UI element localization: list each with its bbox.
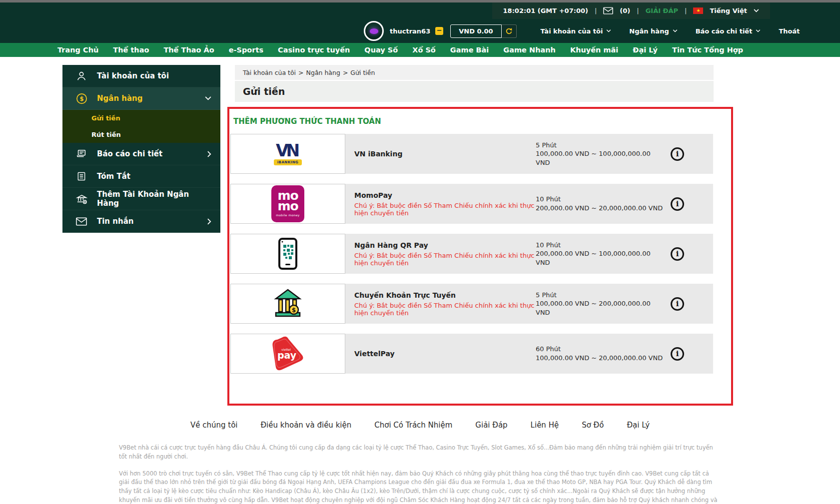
nav-item-slots[interactable]: Quay Số [364,46,398,54]
payment-method-body[interactable]: VN iBanking 5 Phút 100,000.00 VND ~ 100,… [345,134,713,174]
footer-link-agent[interactable]: Đại Lý [627,421,650,430]
topbar-separator: | [685,7,687,14]
page-title: Gửi tiền [235,81,714,102]
sidebar-item-deposit[interactable]: Gửi tiền [62,110,220,126]
sidebar-item-label: Thêm Tài Khoản Ngân Hàng [97,190,211,208]
clock-text: 18:02:01 (GMT +07:00) [503,7,588,14]
content-area: Tài khoản của tôi $ Ngân hàng Gửi tiền R… [0,57,840,406]
menu-my-account[interactable]: Tài khoản của tôi [541,27,612,35]
chevron-down-icon [606,29,611,32]
balance-amount: VND 0.00 [450,24,501,38]
nav-item-agent[interactable]: Đại Lý [633,46,658,54]
topbar-separator: | [637,7,639,14]
online-transfer-logo[interactable]: $ [230,284,345,324]
breadcrumb-item-account[interactable]: Tài khoản của tôi [243,69,296,76]
payment-method-row-vn-ibanking: VN iBANKING VN iBanking 5 Phút 100,000.0… [230,134,713,174]
footer-links: Về chúng tôi Điều khoản và điều kiện Chơ… [0,421,840,430]
sidebar-item-messages[interactable]: Tin nhắn [62,210,220,233]
info-icon[interactable]: i [671,247,684,261]
menu-reports-label: Báo cáo chi tiết [696,27,753,35]
limit-range: 100,000.00 VND ~ 20,000,000.00 VND [536,354,665,363]
refresh-balance-button[interactable] [502,24,517,38]
nav-item-card-games[interactable]: Game Bài [450,46,489,54]
viettelpay-logo-big-text: pay [277,350,296,361]
mail-count[interactable]: (0) [620,7,630,14]
menu-reports[interactable]: Báo cáo chi tiết [696,27,761,35]
language-selector[interactable]: Tiếng Việt [710,7,747,14]
svg-text:$: $ [79,95,83,102]
limit-range: 200,000.00 VND ~ 20,000,000.00 VND [536,204,665,213]
mail-icon[interactable] [603,7,613,14]
menu-banking-label: Ngân hàng [629,27,669,35]
header-menus: Tài khoản của tôi Ngân hàng Báo cáo chi … [541,27,800,35]
logout-button[interactable]: Thoát [779,27,800,35]
sidebar-item-label: Tóm Tắt [97,172,130,181]
main-nav: Trang Chủ Thể thao Thể Thao Ảo e-Sports … [0,43,840,57]
nav-item-news[interactable]: Tin Tức Tổng Hợp [672,46,743,54]
footer-description-2: Với hơn 5000 trò chơi trực tuyến có sẵn,… [119,470,721,504]
banking-submenu: Gửi tiền Rút tiền [62,110,220,143]
payment-method-name: Ngân Hàng QR Pay [354,241,536,249]
site-header: 18:02:01 (GMT +07:00) | (0) | GIẢI ĐÁP |… [0,2,840,43]
payment-methods-highlight-box: THÊM PHƯƠNG THỨC THANH TOÁN VN iBANKING … [227,107,733,406]
vn-ibanking-logo[interactable]: VN iBANKING [230,134,345,174]
sidebar-item-add-bank-account[interactable]: Thêm Tài Khoản Ngân Hàng [62,188,220,210]
info-icon[interactable]: i [671,347,684,361]
info-icon[interactable]: i [671,197,684,211]
qr-pay-logo[interactable] [230,234,345,274]
payment-method-body[interactable]: Chuyển Khoản Trực Tuyến Chú ý: Bắt buộc … [345,284,713,324]
limit-range: 100,000.00 VND ~ 100,000,000.00 VND [536,149,665,167]
chevron-down-icon [205,96,211,100]
payment-method-row-viettelpay: viettel pay ViettelPay 60 Phút 100,000.0… [230,334,713,374]
momopay-logo-text: mo [277,201,298,212]
viettelpay-logo[interactable]: viettel pay [230,334,345,374]
limit-range: 100,000.00 VND ~ 200,000,000.00 VND [536,299,665,317]
sidebar-item-label: Báo cáo chi tiết [97,149,162,158]
vn-ibanking-logo-text: VN [276,142,300,159]
hide-balance-button[interactable]: − [435,27,443,35]
nav-item-home[interactable]: Trang Chủ [57,46,98,54]
sidebar-item-withdraw[interactable]: Rút tiền [62,126,220,143]
footer-link-terms[interactable]: Điều khoản và điều kiện [260,421,351,430]
username-text: thuctran63 [390,27,430,35]
sidebar-item-banking[interactable]: $ Ngân hàng [62,87,220,110]
footer-link-responsible-gaming[interactable]: Chơi Có Trách Nhiệm [374,421,452,430]
payment-method-body[interactable]: MomoPay Chú ý: Bắt buộc điền Số Tham Chi… [345,184,713,224]
breadcrumb-item-banking[interactable]: Ngân hàng [306,69,340,76]
report-icon [75,148,87,159]
footer-link-faq[interactable]: Giải Đáp [475,421,507,430]
sidebar-item-reports[interactable]: Báo cáo chi tiết [62,143,220,165]
svg-text:$: $ [292,307,296,314]
list-icon [75,171,87,181]
processing-time: 5 Phút [536,291,665,300]
nav-item-sports[interactable]: Thể thao [113,46,149,54]
menu-my-account-label: Tài khoản của tôi [541,27,603,35]
info-icon[interactable]: i [671,297,684,311]
nav-item-promotions[interactable]: Khuyến mãi [570,46,618,54]
sidebar-item-summary[interactable]: Tóm Tắt [62,165,220,188]
footer-link-sitemap[interactable]: Sơ Đồ [582,421,604,430]
faq-link[interactable]: GIẢI ĐÁP [646,7,678,14]
payment-method-body[interactable]: ViettelPay 60 Phút 100,000.00 VND ~ 20,0… [345,334,713,374]
info-icon[interactable]: i [671,147,684,161]
processing-time: 5 Phút [536,141,665,150]
payment-method-body[interactable]: Ngân Hàng QR Pay Chú ý: Bắt buộc điền Số… [345,234,713,274]
person-icon [75,70,87,81]
menu-banking[interactable]: Ngân hàng [629,27,677,35]
nav-item-quick-games[interactable]: Game Nhanh [503,46,556,54]
nav-item-virtual-sports[interactable]: Thể Thao Ảo [163,46,214,54]
footer-description-1: V9Bet nhà cái cá cược trực tuyến hàng đầ… [119,444,721,462]
footer-link-about[interactable]: Về chúng tôi [190,421,238,430]
footer-link-contact[interactable]: Liên Hệ [531,421,559,430]
nav-item-casino[interactable]: Casino trực tuyến [278,46,350,54]
processing-time: 10 Phút [536,195,665,204]
avatar[interactable] [364,21,384,41]
chevron-down-icon[interactable] [754,9,759,12]
nav-item-esports[interactable]: e-Sports [229,46,263,54]
sidebar-item-my-account[interactable]: Tài khoản của tôi [62,65,220,87]
chevron-down-icon [756,29,761,32]
payment-method-note: Chú ý: Bắt buộc điền Số Tham Chiếu chính… [354,252,536,267]
payment-method-note: Chú ý: Bắt buộc điền Số Tham Chiếu chính… [354,302,536,317]
nav-item-lottery[interactable]: Xổ Số [412,46,436,54]
momopay-logo[interactable]: mo mo mobile money [230,184,345,224]
